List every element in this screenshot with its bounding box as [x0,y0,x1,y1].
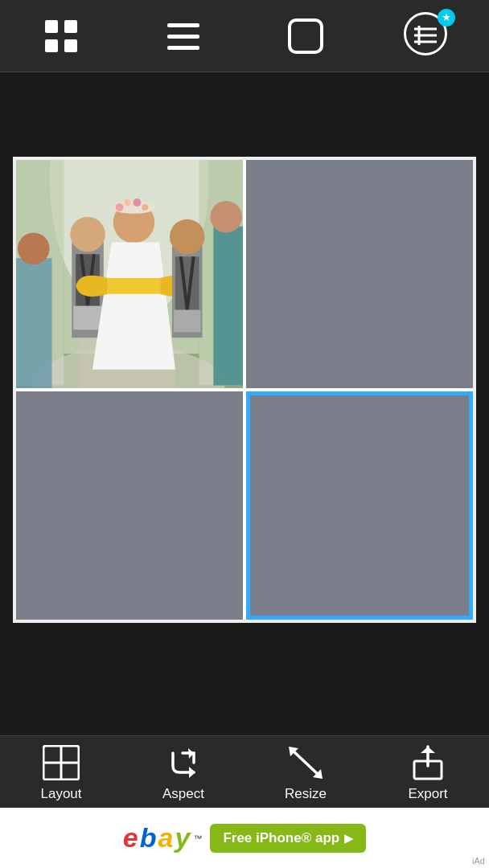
svg-rect-44 [213,227,243,386]
svg-rect-5 [167,35,199,39]
export-button[interactable]: Export [372,743,484,802]
svg-point-24 [70,217,105,252]
svg-point-34 [142,204,148,211]
svg-marker-55 [189,767,195,778]
resize-button[interactable]: Resize [249,743,362,802]
svg-rect-7 [290,20,322,52]
layout-label: Layout [40,786,81,802]
grid-cell-top-left[interactable] [16,160,243,388]
lock-badge [438,9,455,27]
svg-point-32 [125,199,131,206]
svg-point-45 [210,201,242,233]
bottom-toolbar: Layout Aspect Resize [0,735,489,808]
wedding-photo [16,160,243,388]
layout-icon [40,743,82,783]
svg-rect-35 [108,278,160,294]
export-icon [407,743,449,783]
layout-button[interactable]: Layout [5,743,117,802]
grid-icon[interactable] [37,12,85,60]
svg-point-37 [170,219,205,255]
iad-label: iAd [472,856,485,866]
canvas-area [0,72,489,707]
trademark-symbol: ™ [193,833,202,843]
aspect-button[interactable]: Aspect [127,743,240,802]
svg-point-33 [133,199,141,207]
svg-marker-62 [421,747,435,753]
svg-rect-6 [167,46,199,50]
export-label: Export [408,786,447,802]
svg-line-57 [292,750,319,776]
aspect-label: Aspect [162,786,204,802]
grid-cell-top-right[interactable] [246,160,473,388]
profile-lock-icon[interactable] [404,12,452,60]
ad-banner[interactable]: e b a y ™ Free iPhone® app iAd [0,808,489,868]
top-navigation-bar [0,0,489,72]
resize-label: Resize [285,786,327,802]
svg-rect-2 [45,39,58,52]
svg-rect-4 [167,23,199,27]
svg-rect-28 [73,306,102,330]
resize-icon [285,743,327,783]
aspect-icon [162,743,204,783]
grid-cell-bottom-left[interactable] [16,391,243,620]
frame-icon[interactable] [281,12,330,60]
svg-rect-0 [45,20,58,33]
menu-icon[interactable] [159,12,208,60]
svg-rect-41 [174,310,201,333]
photo-grid [13,157,476,623]
ebay-logo: e b a y ™ [123,822,203,854]
free-app-button[interactable]: Free iPhone® app [210,824,366,853]
svg-rect-42 [16,258,52,388]
grid-cell-bottom-right[interactable] [246,391,473,620]
svg-point-31 [116,203,124,211]
svg-rect-1 [64,20,77,33]
svg-point-43 [18,233,50,265]
svg-rect-3 [64,39,77,52]
